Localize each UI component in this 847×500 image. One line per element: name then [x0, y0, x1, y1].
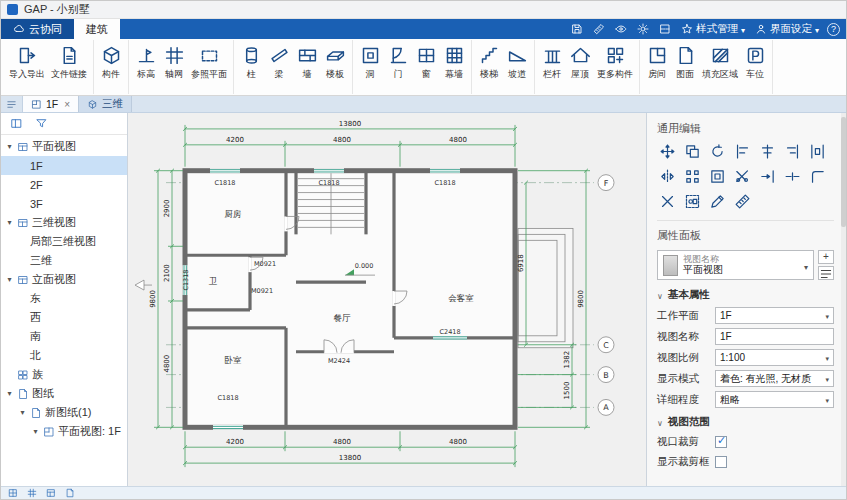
- opening-button[interactable]: 洞: [356, 42, 384, 81]
- drawing-canvas[interactable]: F C B A 13800 4200 4800 4800 4200 4800 4…: [128, 113, 646, 486]
- tree-item-平面视图: 1F[interactable]: ▾平面视图: 1F: [1, 422, 127, 441]
- filter-icon[interactable]: [35, 117, 48, 130]
- ribbon-item-label: 轴网: [165, 68, 183, 81]
- tree-item-族[interactable]: 族: [1, 365, 127, 384]
- help-button[interactable]: ?: [827, 23, 840, 36]
- view-scale-select[interactable]: 1:100: [715, 349, 834, 366]
- component-button[interactable]: 构件: [97, 42, 125, 81]
- sheet-button[interactable]: 图面: [671, 42, 699, 81]
- tree-item-北[interactable]: 北: [1, 346, 127, 365]
- view-icon[interactable]: [615, 23, 627, 35]
- more-components-button[interactable]: 更多构件: [594, 42, 636, 81]
- tree-item-局部三维视图[interactable]: 局部三维视图: [1, 232, 127, 251]
- fill-region-button[interactable]: 填充区域: [699, 42, 741, 81]
- type-selector[interactable]: 视图名称 平面视图: [657, 250, 814, 280]
- railing-button[interactable]: 栏杆: [538, 42, 566, 81]
- trim-icon[interactable]: [734, 168, 751, 185]
- grid-button[interactable]: 轴网: [160, 42, 188, 81]
- section-icon[interactable]: [659, 23, 671, 35]
- tree-item-西[interactable]: 西: [1, 308, 127, 327]
- tree-item-三维[interactable]: 三维: [1, 251, 127, 270]
- layout-icon[interactable]: [46, 488, 56, 498]
- section-title: 视图范围: [668, 415, 710, 429]
- measure-icon[interactable]: [593, 23, 605, 35]
- tree-item-1F[interactable]: 1F: [1, 156, 127, 175]
- wall-button[interactable]: 墙: [293, 42, 321, 81]
- view-range-header[interactable]: 视图范围: [657, 415, 834, 429]
- align-center-icon[interactable]: [759, 143, 776, 160]
- sheet-icon[interactable]: [65, 488, 75, 498]
- slab-button[interactable]: 楼板: [321, 42, 349, 81]
- delete-icon[interactable]: [659, 193, 676, 210]
- distribute-icon[interactable]: [809, 143, 826, 160]
- align-right-icon[interactable]: [784, 143, 801, 160]
- ramp-button[interactable]: 坡道: [503, 42, 531, 81]
- reference-plane-button[interactable]: 参照平面: [188, 42, 230, 81]
- style-manager-dropdown[interactable]: 样式管理: [681, 22, 745, 36]
- panes-icon[interactable]: [8, 488, 18, 498]
- window-button[interactable]: 窗: [412, 42, 440, 81]
- tree-item-2F[interactable]: 2F: [1, 175, 127, 194]
- curtain-wall-button[interactable]: 幕墙: [440, 42, 468, 81]
- show-crop-frame-checkbox[interactable]: [715, 456, 727, 468]
- split-icon[interactable]: [784, 168, 801, 185]
- level-button[interactable]: 标高: [132, 42, 160, 81]
- measure-tool-icon[interactable]: [734, 193, 751, 210]
- array-icon[interactable]: [684, 168, 701, 185]
- stair-button[interactable]: 楼梯: [475, 42, 503, 81]
- basic-props-header[interactable]: 基本属性: [657, 288, 834, 302]
- workplane-select[interactable]: 1F: [715, 307, 834, 324]
- extend-icon[interactable]: [759, 168, 776, 185]
- tree-item-东[interactable]: 东: [1, 289, 127, 308]
- expand-arrow-icon[interactable]: ▾: [5, 218, 14, 227]
- add-type-button[interactable]: +: [818, 250, 834, 264]
- room-button[interactable]: 房间: [643, 42, 671, 81]
- scrollbar-thumb[interactable]: [841, 117, 846, 227]
- beam-button[interactable]: 梁: [265, 42, 293, 81]
- offset-icon[interactable]: [709, 168, 726, 185]
- detail-level-select[interactable]: 粗略: [715, 391, 834, 408]
- type-list-button[interactable]: [818, 266, 834, 280]
- align-left-icon[interactable]: [734, 143, 751, 160]
- tree-item-南[interactable]: 南: [1, 327, 127, 346]
- tree-item-三维视图[interactable]: ▾三维视图: [1, 213, 127, 232]
- tree-item-新图纸(1)[interactable]: ▾新图纸(1): [1, 403, 127, 422]
- expand-arrow-icon[interactable]: ▾: [5, 389, 14, 398]
- modify-icon[interactable]: [709, 193, 726, 210]
- ribbon-tab-云协同[interactable]: 云协同: [1, 19, 74, 39]
- view-name-input[interactable]: 1F: [715, 328, 834, 345]
- doc-tab-三维[interactable]: 三维: [79, 96, 132, 112]
- tree-item-3F[interactable]: 3F: [1, 194, 127, 213]
- doc-tab-1F[interactable]: 1F×: [23, 96, 79, 112]
- parking-button[interactable]: 车位: [741, 42, 769, 81]
- viewport-crop-checkbox[interactable]: [715, 436, 727, 448]
- display-icon[interactable]: [637, 23, 649, 35]
- grid-icon[interactable]: [27, 488, 37, 498]
- tree-item-立面视图[interactable]: ▾立面视图: [1, 270, 127, 289]
- close-tab-icon[interactable]: ×: [64, 99, 70, 110]
- rotate-icon[interactable]: [709, 143, 726, 160]
- save-icon[interactable]: [571, 23, 583, 35]
- ribbon-tab-建筑[interactable]: 建筑: [74, 19, 120, 39]
- corner-join-icon[interactable]: [809, 168, 826, 185]
- expand-arrow-icon[interactable]: ▾: [31, 427, 40, 436]
- tree-item-图纸[interactable]: ▾图纸: [1, 384, 127, 403]
- mirror-icon[interactable]: [659, 168, 676, 185]
- expand-arrow-icon[interactable]: ▾: [18, 408, 27, 417]
- copy-icon[interactable]: [684, 143, 701, 160]
- column-button[interactable]: 柱: [237, 42, 265, 81]
- move-icon[interactable]: [659, 143, 676, 160]
- display-mode-select[interactable]: 着色: 有光照, 无材质: [715, 370, 834, 387]
- properties-scrollbar[interactable]: [841, 113, 846, 486]
- import-export-button[interactable]: 导入导出: [6, 42, 48, 81]
- expand-arrow-icon[interactable]: ▾: [5, 275, 14, 284]
- expand-arrow-icon[interactable]: ▾: [5, 142, 14, 151]
- tree-item-平面视图[interactable]: ▾平面视图: [1, 137, 127, 156]
- panels-icon[interactable]: [10, 117, 23, 130]
- door-button[interactable]: 门: [384, 42, 412, 81]
- file-link-button[interactable]: 文件链接: [48, 42, 90, 81]
- group-icon[interactable]: [684, 193, 701, 210]
- ui-settings-dropdown[interactable]: 界面设定: [755, 22, 819, 36]
- tab-list-button[interactable]: [1, 96, 23, 112]
- roof-button[interactable]: 屋顶: [566, 42, 594, 81]
